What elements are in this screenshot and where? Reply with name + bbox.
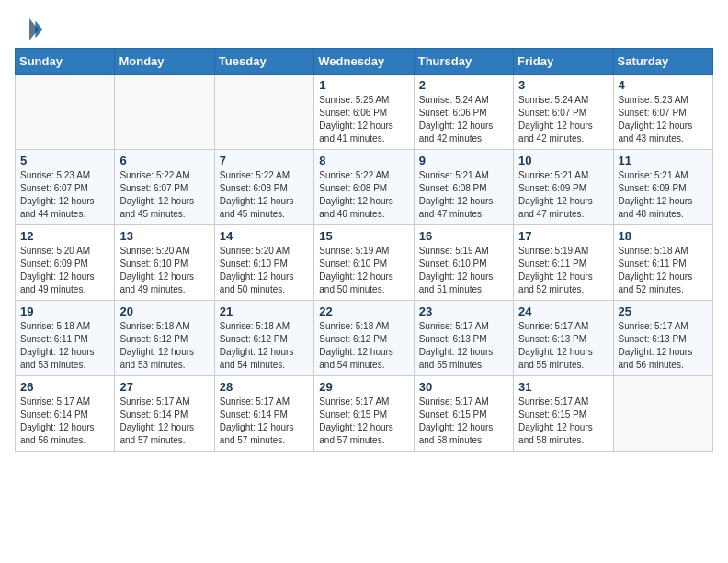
day-number: 24 — [518, 304, 608, 318]
day-number: 28 — [220, 380, 309, 394]
day-number: 15 — [319, 229, 408, 243]
calendar-cell: 12Sunrise: 5:20 AM Sunset: 6:09 PM Dayli… — [16, 225, 115, 301]
calendar-week-row: 1Sunrise: 5:25 AM Sunset: 6:06 PM Daylig… — [16, 75, 713, 150]
calendar-cell: 6Sunrise: 5:22 AM Sunset: 6:07 PM Daylig… — [115, 150, 214, 225]
calendar-cell: 18Sunrise: 5:18 AM Sunset: 6:11 PM Dayli… — [613, 225, 712, 301]
weekday-header: Wednesday — [314, 49, 414, 75]
day-info: Sunrise: 5:21 AM Sunset: 6:09 PM Dayligh… — [518, 169, 608, 221]
day-info: Sunrise: 5:21 AM Sunset: 6:08 PM Dayligh… — [419, 169, 508, 221]
day-number: 17 — [518, 229, 608, 243]
day-info: Sunrise: 5:20 AM Sunset: 6:10 PM Dayligh… — [119, 245, 209, 296]
day-info: Sunrise: 5:22 AM Sunset: 6:08 PM Dayligh… — [319, 169, 408, 221]
day-info: Sunrise: 5:17 AM Sunset: 6:14 PM Dayligh… — [20, 396, 109, 447]
weekday-header: Sunday — [16, 49, 115, 75]
calendar-cell: 17Sunrise: 5:19 AM Sunset: 6:11 PM Dayli… — [514, 225, 613, 301]
day-info: Sunrise: 5:19 AM Sunset: 6:11 PM Dayligh… — [518, 245, 608, 296]
calendar-cell: 25Sunrise: 5:17 AM Sunset: 6:13 PM Dayli… — [613, 301, 712, 376]
day-info: Sunrise: 5:24 AM Sunset: 6:07 PM Dayligh… — [518, 94, 608, 145]
calendar-cell: 3Sunrise: 5:24 AM Sunset: 6:07 PM Daylig… — [514, 75, 613, 150]
calendar-cell: 29Sunrise: 5:17 AM Sunset: 6:15 PM Dayli… — [314, 376, 414, 452]
calendar-cell: 7Sunrise: 5:22 AM Sunset: 6:08 PM Daylig… — [214, 150, 313, 225]
day-info: Sunrise: 5:24 AM Sunset: 6:06 PM Dayligh… — [419, 94, 508, 145]
day-number: 31 — [518, 380, 608, 394]
calendar-cell: 8Sunrise: 5:22 AM Sunset: 6:08 PM Daylig… — [314, 150, 414, 225]
calendar-cell: 4Sunrise: 5:23 AM Sunset: 6:07 PM Daylig… — [613, 75, 712, 150]
day-info: Sunrise: 5:18 AM Sunset: 6:11 PM Dayligh… — [20, 320, 109, 372]
day-info: Sunrise: 5:18 AM Sunset: 6:12 PM Dayligh… — [119, 320, 209, 372]
day-info: Sunrise: 5:17 AM Sunset: 6:15 PM Dayligh… — [419, 396, 508, 447]
day-info: Sunrise: 5:23 AM Sunset: 6:07 PM Dayligh… — [20, 169, 109, 221]
day-info: Sunrise: 5:17 AM Sunset: 6:14 PM Dayligh… — [119, 396, 209, 447]
logo-icon — [15, 15, 44, 44]
day-number: 27 — [119, 380, 209, 394]
calendar-cell: 11Sunrise: 5:21 AM Sunset: 6:09 PM Dayli… — [613, 150, 712, 225]
day-number: 21 — [220, 304, 309, 318]
calendar-table: SundayMondayTuesdayWednesdayThursdayFrid… — [15, 48, 713, 452]
day-number: 18 — [619, 229, 708, 243]
day-number: 16 — [419, 229, 508, 243]
day-number: 3 — [518, 78, 608, 92]
day-info: Sunrise: 5:19 AM Sunset: 6:10 PM Dayligh… — [319, 245, 408, 296]
day-number: 14 — [220, 229, 309, 243]
calendar-cell: 16Sunrise: 5:19 AM Sunset: 6:10 PM Dayli… — [414, 225, 513, 301]
day-info: Sunrise: 5:18 AM Sunset: 6:12 PM Dayligh… — [220, 320, 309, 372]
day-info: Sunrise: 5:17 AM Sunset: 6:13 PM Dayligh… — [619, 320, 708, 372]
calendar-cell: 23Sunrise: 5:17 AM Sunset: 6:13 PM Dayli… — [414, 301, 513, 376]
calendar-cell — [613, 376, 712, 452]
calendar-cell: 26Sunrise: 5:17 AM Sunset: 6:14 PM Dayli… — [16, 376, 115, 452]
logo — [15, 15, 48, 44]
day-number: 5 — [20, 154, 109, 167]
calendar-week-row: 5Sunrise: 5:23 AM Sunset: 6:07 PM Daylig… — [16, 150, 713, 225]
calendar-cell: 13Sunrise: 5:20 AM Sunset: 6:10 PM Dayli… — [115, 225, 214, 301]
day-number: 4 — [619, 78, 708, 92]
weekday-header: Saturday — [613, 49, 712, 75]
calendar-cell: 27Sunrise: 5:17 AM Sunset: 6:14 PM Dayli… — [115, 376, 214, 452]
page-header — [15, 15, 713, 44]
calendar-week-row: 12Sunrise: 5:20 AM Sunset: 6:09 PM Dayli… — [16, 225, 713, 301]
weekday-header: Monday — [115, 49, 214, 75]
day-number: 7 — [220, 154, 309, 167]
calendar-cell: 9Sunrise: 5:21 AM Sunset: 6:08 PM Daylig… — [414, 150, 513, 225]
calendar-week-row: 26Sunrise: 5:17 AM Sunset: 6:14 PM Dayli… — [16, 376, 713, 452]
day-number: 6 — [119, 154, 209, 167]
calendar-cell: 14Sunrise: 5:20 AM Sunset: 6:10 PM Dayli… — [214, 225, 313, 301]
calendar-cell: 1Sunrise: 5:25 AM Sunset: 6:06 PM Daylig… — [314, 75, 414, 150]
day-info: Sunrise: 5:20 AM Sunset: 6:09 PM Dayligh… — [20, 245, 109, 296]
day-info: Sunrise: 5:18 AM Sunset: 6:11 PM Dayligh… — [619, 245, 708, 296]
day-number: 11 — [619, 154, 708, 167]
calendar-cell — [214, 75, 313, 150]
day-number: 13 — [119, 229, 209, 243]
day-info: Sunrise: 5:17 AM Sunset: 6:14 PM Dayligh… — [220, 396, 309, 447]
day-info: Sunrise: 5:17 AM Sunset: 6:13 PM Dayligh… — [419, 320, 508, 372]
day-info: Sunrise: 5:21 AM Sunset: 6:09 PM Dayligh… — [619, 169, 708, 221]
calendar-cell: 10Sunrise: 5:21 AM Sunset: 6:09 PM Dayli… — [514, 150, 613, 225]
day-number: 8 — [319, 154, 408, 167]
calendar-cell: 30Sunrise: 5:17 AM Sunset: 6:15 PM Dayli… — [414, 376, 513, 452]
calendar-week-row: 19Sunrise: 5:18 AM Sunset: 6:11 PM Dayli… — [16, 301, 713, 376]
day-number: 2 — [419, 78, 508, 92]
calendar-cell — [115, 75, 214, 150]
day-number: 22 — [319, 304, 408, 318]
day-number: 20 — [119, 304, 209, 318]
day-number: 1 — [319, 78, 408, 92]
day-number: 26 — [20, 380, 109, 394]
calendar-cell: 24Sunrise: 5:17 AM Sunset: 6:13 PM Dayli… — [514, 301, 613, 376]
calendar-cell: 31Sunrise: 5:17 AM Sunset: 6:15 PM Dayli… — [514, 376, 613, 452]
day-number: 10 — [518, 154, 608, 167]
day-info: Sunrise: 5:17 AM Sunset: 6:15 PM Dayligh… — [319, 396, 408, 447]
calendar-cell: 28Sunrise: 5:17 AM Sunset: 6:14 PM Dayli… — [214, 376, 313, 452]
day-number: 9 — [419, 154, 508, 167]
day-info: Sunrise: 5:25 AM Sunset: 6:06 PM Dayligh… — [319, 94, 408, 145]
svg-marker-1 — [29, 18, 39, 40]
day-number: 25 — [619, 304, 708, 318]
day-number: 30 — [419, 380, 508, 394]
calendar-cell: 19Sunrise: 5:18 AM Sunset: 6:11 PM Dayli… — [16, 301, 115, 376]
calendar-cell — [16, 75, 115, 150]
calendar-cell: 15Sunrise: 5:19 AM Sunset: 6:10 PM Dayli… — [314, 225, 414, 301]
calendar-cell: 2Sunrise: 5:24 AM Sunset: 6:06 PM Daylig… — [414, 75, 513, 150]
calendar-cell: 20Sunrise: 5:18 AM Sunset: 6:12 PM Dayli… — [115, 301, 214, 376]
day-info: Sunrise: 5:18 AM Sunset: 6:12 PM Dayligh… — [319, 320, 408, 372]
day-number: 23 — [419, 304, 508, 318]
calendar-cell: 5Sunrise: 5:23 AM Sunset: 6:07 PM Daylig… — [16, 150, 115, 225]
day-info: Sunrise: 5:17 AM Sunset: 6:15 PM Dayligh… — [518, 396, 608, 447]
